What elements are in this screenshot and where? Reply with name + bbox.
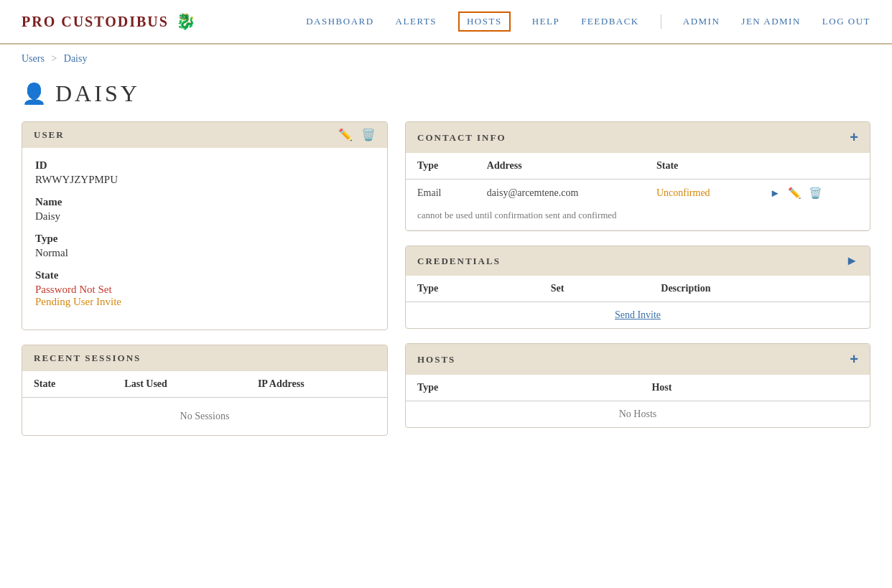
user-name-value: Daisy (35, 210, 374, 223)
nav-alerts[interactable]: ALERTS (396, 16, 437, 27)
header: PRO CUSTODIBUS 🐉 DASHBOARD ALERTS HOSTS … (0, 0, 892, 45)
user-type-label: Type (35, 233, 374, 245)
nav-feedback[interactable]: FEEDBACK (581, 16, 639, 27)
edit-user-button[interactable]: ✏️ (338, 129, 353, 141)
sessions-card-header: RECENT SESSIONS (22, 345, 387, 371)
recent-sessions-card: RECENT SESSIONS State Last Used IP Addre… (22, 345, 388, 436)
send-invite-link[interactable]: Send Invite (615, 309, 661, 320)
credentials-card-title: CREDENTIALS (417, 256, 501, 267)
send-confirmation-icon[interactable]: ► (770, 187, 781, 200)
user-id-field: ID RWWYJZYPMPU (35, 159, 374, 186)
add-host-button[interactable]: + (850, 351, 858, 368)
contact-col-state: State (645, 153, 758, 179)
contact-row-actions: ► ✏️ 🗑️ (758, 179, 870, 207)
delete-user-button[interactable]: 🗑️ (361, 129, 376, 141)
user-card-title: USER (34, 129, 65, 141)
sessions-empty-message: No Sessions (22, 398, 387, 436)
credentials-card: CREDENTIALS ► Type Set Description (405, 246, 870, 329)
hosts-empty-row: No Hosts (406, 401, 870, 428)
nav-divider (661, 14, 661, 29)
cred-col-type: Type (406, 276, 539, 302)
hosts-col-type: Type (406, 375, 640, 401)
user-name-label: Name (35, 196, 374, 208)
right-column: CONTACT INFO + Type Address State (405, 121, 870, 436)
user-card-header: USER ✏️ 🗑️ (22, 122, 387, 148)
nav-admin[interactable]: ADMIN (683, 16, 720, 27)
contact-row-email: Email daisy@arcemtene.com Unconfirmed ► … (406, 179, 870, 207)
credentials-empty-row: Send Invite (406, 302, 870, 329)
user-state-field: State Password Not Set Pending User Invi… (35, 269, 374, 308)
credentials-card-body: Type Set Description Send Invite (406, 276, 870, 328)
contact-state-email: Unconfirmed (645, 179, 758, 207)
edit-contact-icon[interactable]: ✏️ (788, 187, 802, 200)
user-id-label: ID (35, 159, 374, 172)
page-title-area: 👤 DAISY (0, 73, 892, 121)
credentials-table: Type Set Description Send Invite (406, 276, 870, 328)
user-card-actions: ✏️ 🗑️ (338, 129, 376, 141)
sessions-card-title: RECENT SESSIONS (34, 353, 141, 364)
contact-info-card: CONTACT INFO + Type Address State (405, 121, 870, 231)
breadcrumb-current: Daisy (64, 53, 88, 64)
contact-note-text: cannot be used until confirmation sent a… (406, 207, 870, 230)
delete-contact-icon[interactable]: 🗑️ (809, 187, 822, 200)
breadcrumb-separator: > (51, 53, 57, 64)
contact-card-body: Type Address State Email daisy@arcemtene… (406, 153, 870, 230)
user-type-value: Normal (35, 247, 374, 259)
nav-help[interactable]: HELP (532, 16, 560, 27)
user-icon: 👤 (22, 82, 47, 106)
user-state-warning: Password Not Set (35, 284, 374, 296)
user-card: USER ✏️ 🗑️ ID RWWYJZYPMPU Name Daisy Typ… (22, 121, 388, 330)
add-contact-button[interactable]: + (850, 129, 858, 146)
nav-dashboard[interactable]: DASHBOARD (306, 16, 373, 27)
page-title: DAISY (55, 80, 140, 107)
sessions-col-last-used: Last Used (113, 371, 246, 398)
user-card-body: ID RWWYJZYPMPU Name Daisy Type Normal St… (22, 148, 387, 330)
hosts-card-header: HOSTS + (406, 344, 870, 375)
cred-col-set: Set (539, 276, 650, 302)
user-id-value: RWWYJZYPMPU (35, 174, 374, 186)
user-state-pending: Pending User Invite (35, 296, 374, 308)
main-nav: DASHBOARD ALERTS HOSTS HELP FEEDBACK ADM… (306, 11, 870, 32)
unconfirmed-badge: Unconfirmed (656, 187, 710, 198)
sessions-col-ip: IP Address (246, 371, 387, 398)
credentials-expand-button[interactable]: ► (845, 253, 858, 269)
user-name-field: Name Daisy (35, 196, 374, 223)
nav-hosts[interactable]: HOSTS (458, 11, 511, 32)
contact-type-email: Email (406, 179, 475, 207)
user-state-label: State (35, 269, 374, 281)
left-column: USER ✏️ 🗑️ ID RWWYJZYPMPU Name Daisy Typ… (22, 121, 388, 436)
hosts-col-host: Host (640, 375, 870, 401)
contact-col-actions (758, 153, 870, 179)
hosts-card-title: HOSTS (417, 354, 455, 365)
breadcrumb-parent[interactable]: Users (22, 53, 45, 64)
user-type-field: Type Normal (35, 233, 374, 259)
contact-col-type: Type (406, 153, 475, 179)
hosts-empty-message: No Hosts (406, 401, 870, 428)
hosts-card: HOSTS + Type Host No Hosts (405, 343, 870, 428)
contact-card-title: CONTACT INFO (417, 132, 506, 144)
sessions-empty-row: No Sessions (22, 398, 387, 436)
contact-card-header: CONTACT INFO + (406, 122, 870, 153)
main-content: USER ✏️ 🗑️ ID RWWYJZYPMPU Name Daisy Typ… (0, 121, 892, 457)
nav-jen-admin[interactable]: JEN ADMIN (741, 16, 800, 27)
contact-col-address: Address (475, 153, 645, 179)
contact-note-row: cannot be used until confirmation sent a… (406, 207, 870, 230)
sessions-card-body: State Last Used IP Address No Sessions (22, 371, 387, 435)
breadcrumb: Users > Daisy (0, 45, 892, 73)
sessions-table: State Last Used IP Address No Sessions (22, 371, 387, 435)
credentials-send-invite: Send Invite (406, 302, 870, 329)
logo: PRO CUSTODIBUS 🐉 (22, 12, 195, 31)
contact-address-email: daisy@arcemtene.com (475, 179, 645, 207)
contact-table: Type Address State Email daisy@arcemtene… (406, 153, 870, 230)
sessions-col-state: State (22, 371, 113, 398)
contact-actions: ► ✏️ 🗑️ (770, 187, 858, 200)
logo-icon: 🐉 (176, 12, 195, 31)
hosts-table: Type Host No Hosts (406, 375, 870, 427)
hosts-card-body: Type Host No Hosts (406, 375, 870, 427)
nav-logout[interactable]: LOG OUT (822, 16, 870, 27)
credentials-card-header: CREDENTIALS ► (406, 246, 870, 276)
cred-col-description: Description (649, 276, 870, 302)
logo-text: PRO CUSTODIBUS (22, 14, 169, 30)
